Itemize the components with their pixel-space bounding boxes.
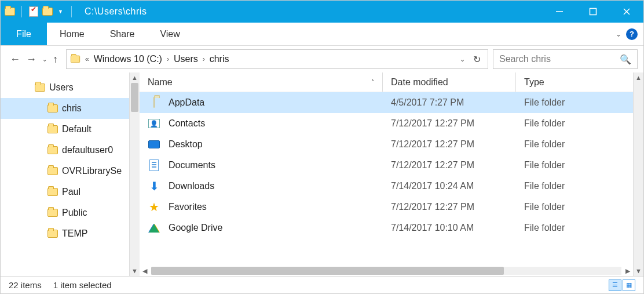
folder-hidden-icon bbox=[148, 97, 160, 108]
tree-item-label: Paul bbox=[62, 187, 80, 197]
app-folder-icon bbox=[4, 6, 16, 17]
hscrollbar[interactable]: ◀ ▶ bbox=[140, 266, 633, 276]
body: UserschrisDefaultdefaultuser0OVRLibraryS… bbox=[1, 72, 643, 276]
file-tab[interactable]: File bbox=[1, 23, 47, 45]
file-date: 7/12/2017 12:27 PM bbox=[383, 139, 516, 150]
scroll-left-icon[interactable]: ◀ bbox=[140, 267, 150, 275]
search-placeholder: Search chris bbox=[499, 54, 551, 64]
tree-item[interactable]: Paul bbox=[1, 182, 129, 202]
file-name: Contacts bbox=[169, 118, 205, 129]
tree-item[interactable]: Default bbox=[1, 119, 129, 140]
tree-item-label: Default bbox=[62, 124, 92, 135]
properties-icon[interactable] bbox=[28, 6, 39, 17]
chevron-right-icon[interactable]: › bbox=[164, 55, 171, 63]
ribbon-expand-icon[interactable]: ⌄ bbox=[616, 30, 621, 38]
scroll-thumb[interactable] bbox=[131, 83, 138, 112]
sort-indicator-icon: ˄ bbox=[371, 79, 374, 85]
search-icon[interactable]: 🔍 bbox=[620, 54, 631, 65]
window-title: C:\Users\chris bbox=[79, 6, 147, 17]
folder-icon bbox=[46, 146, 60, 154]
search-input[interactable]: Search chris 🔍 bbox=[493, 49, 638, 69]
address-dropdown-icon[interactable]: ⌄ bbox=[460, 56, 465, 63]
contacts-icon bbox=[148, 119, 160, 128]
document-icon bbox=[148, 159, 160, 171]
folder-icon bbox=[46, 167, 60, 175]
details-view-button[interactable]: ☰ bbox=[609, 280, 621, 291]
help-button[interactable]: ? bbox=[626, 28, 638, 40]
icons-view-button[interactable]: ▦ bbox=[623, 280, 635, 291]
folder-icon bbox=[46, 188, 60, 196]
minimize-button[interactable] bbox=[543, 1, 576, 23]
file-row[interactable]: Google Drive7/14/2017 10:10 AMFile folde… bbox=[140, 217, 633, 238]
star-icon: ★ bbox=[148, 200, 160, 214]
scroll-up-icon[interactable]: ▲ bbox=[130, 72, 140, 83]
header-name[interactable]: Name ˄ bbox=[140, 72, 383, 92]
view-toggle: ☰ ▦ bbox=[609, 280, 635, 291]
status-selection: 1 item selected bbox=[53, 280, 112, 290]
refresh-button[interactable]: ↻ bbox=[473, 54, 481, 65]
tree-item[interactable]: chris bbox=[1, 98, 129, 119]
vscrollbar[interactable]: ▲ ▼ bbox=[633, 72, 643, 276]
hscroll-thumb[interactable] bbox=[151, 267, 504, 275]
close-button[interactable] bbox=[610, 1, 643, 23]
crumb-chris[interactable]: chris bbox=[210, 54, 229, 64]
tree-item-label: TEMP bbox=[62, 228, 87, 239]
file-type: File folder bbox=[516, 202, 633, 212]
breadcrumb-overflow[interactable]: « bbox=[83, 55, 92, 63]
crumb-users[interactable]: Users bbox=[174, 54, 198, 64]
file-row[interactable]: Desktop7/12/2017 12:27 PMFile folder bbox=[140, 134, 633, 155]
tab-view[interactable]: View bbox=[147, 23, 192, 45]
tab-home[interactable]: Home bbox=[47, 23, 97, 45]
tree-item[interactable]: TEMP bbox=[1, 223, 129, 244]
new-folder-icon[interactable] bbox=[42, 6, 53, 17]
tree-item[interactable]: defaultuser0 bbox=[1, 140, 129, 161]
tab-share[interactable]: Share bbox=[97, 23, 148, 45]
history-dropdown-icon[interactable]: ⌄ bbox=[42, 56, 47, 63]
status-bar: 22 items 1 item selected ☰ ▦ bbox=[1, 276, 643, 293]
file-name: Desktop bbox=[169, 139, 203, 150]
up-button[interactable]: ↑ bbox=[53, 53, 58, 66]
file-name: Documents bbox=[169, 160, 215, 170]
explorer-window: ▼ C:\Users\chris File Home Share View ⌄ … bbox=[0, 0, 644, 294]
desktop-icon bbox=[148, 140, 160, 148]
file-list[interactable]: AppData4/5/2017 7:27 PMFile folderContac… bbox=[140, 92, 633, 266]
chevron-right-icon[interactable]: › bbox=[200, 55, 207, 63]
forward-button[interactable]: → bbox=[26, 53, 36, 66]
file-type: File folder bbox=[516, 160, 633, 170]
scroll-down-icon[interactable]: ▼ bbox=[130, 266, 140, 276]
header-type[interactable]: Type bbox=[516, 72, 633, 92]
ribbon: File Home Share View ⌄ ? bbox=[1, 23, 643, 46]
scroll-up-icon[interactable]: ▲ bbox=[634, 72, 643, 83]
status-item-count: 22 items bbox=[9, 280, 42, 290]
breadcrumb[interactable]: « Windows 10 (C:) › Users › chris ⌄ ↻ bbox=[66, 49, 488, 69]
file-name: Google Drive bbox=[169, 223, 222, 233]
scroll-down-icon[interactable]: ▼ bbox=[634, 266, 643, 276]
file-row[interactable]: Documents7/12/2017 12:27 PMFile folder bbox=[140, 155, 633, 176]
file-type: File folder bbox=[516, 223, 633, 233]
maximize-button[interactable] bbox=[576, 1, 610, 23]
file-row[interactable]: ★Favorites7/12/2017 12:27 PMFile folder bbox=[140, 197, 633, 217]
file-date: 7/12/2017 12:27 PM bbox=[383, 118, 516, 129]
gdrive-icon bbox=[148, 224, 160, 233]
file-row[interactable]: AppData4/5/2017 7:27 PMFile folder bbox=[140, 92, 633, 113]
tree-item[interactable]: Public bbox=[1, 202, 129, 223]
window-controls bbox=[543, 1, 643, 23]
navigation-pane: UserschrisDefaultdefaultuser0OVRLibraryS… bbox=[1, 72, 140, 276]
tree-item-label: Public bbox=[62, 208, 87, 218]
qat-dropdown-icon[interactable]: ▼ bbox=[56, 9, 65, 14]
titlebar: ▼ C:\Users\chris bbox=[1, 1, 643, 23]
tree-item[interactable]: OVRLibrarySe bbox=[1, 161, 129, 182]
divider bbox=[71, 6, 72, 17]
crumb-drive[interactable]: Windows 10 (C:) bbox=[94, 54, 162, 64]
tree-item[interactable]: Users bbox=[1, 77, 129, 98]
folder-tree[interactable]: UserschrisDefaultdefaultuser0OVRLibraryS… bbox=[1, 72, 129, 276]
nav-scrollbar[interactable]: ▲ ▼ bbox=[129, 72, 140, 276]
file-name: Downloads bbox=[169, 181, 214, 191]
address-toolbar: ← → ⌄ ↑ « Windows 10 (C:) › Users › chri… bbox=[1, 46, 643, 72]
scroll-right-icon[interactable]: ▶ bbox=[623, 267, 633, 275]
header-date[interactable]: Date modified bbox=[383, 72, 516, 92]
folder-icon bbox=[33, 84, 47, 92]
file-row[interactable]: ⬇Downloads7/14/2017 10:24 AMFile folder bbox=[140, 176, 633, 197]
back-button[interactable]: ← bbox=[10, 53, 20, 66]
file-row[interactable]: Contacts7/12/2017 12:27 PMFile folder bbox=[140, 113, 633, 134]
